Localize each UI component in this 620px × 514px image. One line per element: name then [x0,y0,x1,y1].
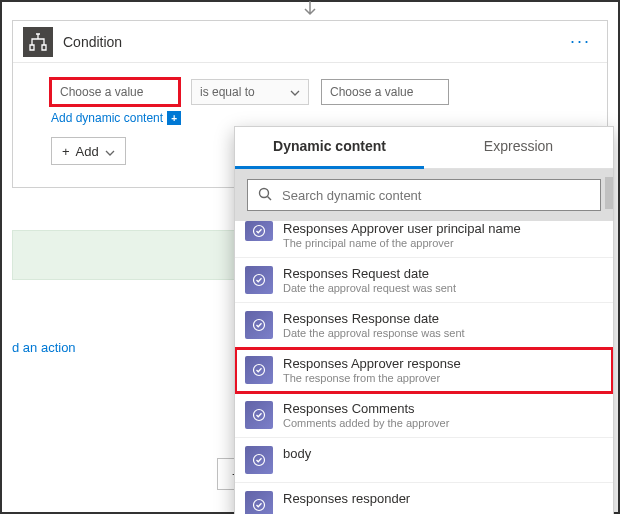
popup-tabs: Dynamic content Expression [235,127,613,169]
item-title: Responses responder [283,491,603,506]
condition-header[interactable]: Condition ··· [13,21,607,63]
item-title: body [283,446,603,461]
svg-point-0 [260,188,269,197]
item-subtitle: The response from the approver [283,372,603,384]
item-title: Responses Approver user principal name [283,221,603,236]
search-icon [258,187,272,204]
value-1-input[interactable]: Choose a value [51,79,179,105]
operator-label: is equal to [200,85,255,99]
tab-expression[interactable]: Expression [424,127,613,169]
flow-arrow-icon [300,1,320,17]
plus-icon[interactable]: + [167,111,181,125]
approval-icon [245,221,273,241]
chevron-down-icon [105,144,115,159]
dynamic-content-item[interactable]: Responses Request dateDate the approval … [235,258,613,303]
dynamic-content-item[interactable]: Responses Approver user principal nameTh… [235,221,613,258]
add-button-label: Add [76,144,99,159]
item-title: Responses Approver response [283,356,603,371]
scrollbar-thumb[interactable] [605,177,613,209]
value-2-input[interactable]: Choose a value [321,79,449,105]
add-dynamic-content-link[interactable]: Add dynamic content [51,111,163,125]
approval-icon [245,491,273,514]
dynamic-content-item[interactable]: Responses responder [235,483,613,514]
approval-icon [245,401,273,429]
dynamic-content-item[interactable]: Responses Approver responseThe response … [235,348,613,393]
chevron-down-icon [290,85,300,99]
approval-icon [245,356,273,384]
condition-title: Condition [63,34,564,50]
approval-icon [245,311,273,339]
add-button[interactable]: + Add [51,137,126,165]
item-title: Responses Comments [283,401,603,416]
dynamic-content-popup: Dynamic content Expression Responses App… [234,126,614,514]
approval-icon [245,446,273,474]
dynamic-content-item[interactable]: Responses CommentsComments added by the … [235,393,613,438]
dynamic-content-list: Responses Approver user principal nameTh… [235,221,613,514]
plus-icon: + [62,144,70,159]
condition-icon [23,27,53,57]
item-subtitle: Comments added by the approver [283,417,603,429]
operator-dropdown[interactable]: is equal to [191,79,309,105]
search-box[interactable] [247,179,601,211]
item-title: Responses Response date [283,311,603,326]
card-menu-button[interactable]: ··· [564,31,597,52]
dynamic-content-item[interactable]: Responses Response dateDate the approval… [235,303,613,348]
approval-icon [245,266,273,294]
tab-dynamic-content[interactable]: Dynamic content [235,127,424,169]
item-subtitle: The principal name of the approver [283,237,603,249]
item-title: Responses Request date [283,266,603,281]
search-input[interactable] [282,188,590,203]
dynamic-content-item[interactable]: body [235,438,613,483]
add-action-link-partial[interactable]: d an action [12,340,76,355]
item-subtitle: Date the approval response was sent [283,327,603,339]
item-subtitle: Date the approval request was sent [283,282,603,294]
